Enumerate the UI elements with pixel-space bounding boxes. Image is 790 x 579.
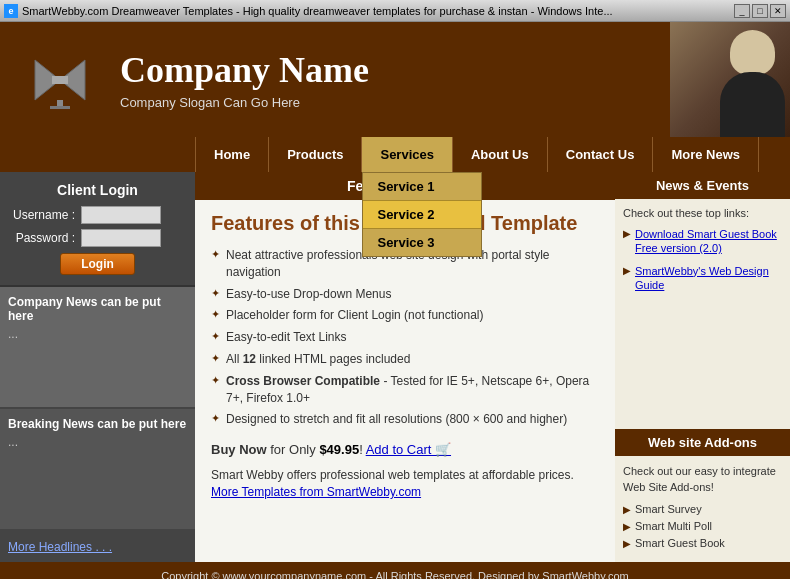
person-head — [730, 30, 775, 75]
feature-icon-5: ✦ — [211, 352, 220, 365]
feature-icon-7: ✦ — [211, 412, 220, 425]
svg-rect-2 — [52, 76, 68, 84]
window-controls[interactable]: _ □ ✕ — [734, 4, 786, 18]
feature-item-4: ✦ Easy-to-edit Text Links — [211, 329, 599, 346]
news-check-text: Check out these top links: — [623, 207, 782, 219]
site-footer: Copyright © www.yourcompanyname.com - Al… — [0, 562, 790, 579]
nav-products[interactable]: Products — [269, 137, 362, 172]
feature-item-2: ✦ Easy-to-use Drop-down Menus — [211, 286, 599, 303]
addon-item-2: ▶ Smart Multi Poll — [623, 520, 782, 532]
price-text: $49.95 — [319, 442, 359, 457]
left-sidebar: Client Login Username : Password : Login… — [0, 172, 195, 562]
addon-arrow-2: ▶ — [623, 521, 631, 532]
feature-text-4: Easy-to-edit Text Links — [226, 329, 599, 346]
breaking-news-dots: ... — [8, 435, 187, 449]
window-title: SmartWebby.com Dreamweaver Templates - H… — [22, 5, 613, 17]
news-link-text-2[interactable]: SmartWebby's Web Design Guide — [635, 264, 782, 293]
feature-text-2: Easy-to-use Drop-down Menus — [226, 286, 599, 303]
addons-intro-text: Check out our easy to integrate Web Site… — [623, 464, 782, 495]
right-sidebar: News & Events Check out these top links:… — [615, 172, 790, 562]
buy-now-section: Buy Now for Only $49.95! Add to Cart 🛒 — [211, 442, 599, 457]
password-row: Password : — [10, 229, 185, 247]
header-person-image — [670, 22, 790, 137]
username-input[interactable] — [81, 206, 161, 224]
username-label: Username : — [10, 208, 75, 222]
browser-icon: e — [4, 4, 18, 18]
company-news-panel: Company News can be put here ... — [0, 287, 195, 409]
more-templates-link[interactable]: More Templates from SmartWebby.com — [211, 485, 421, 499]
addon-item-1: ▶ Smart Survey — [623, 503, 782, 515]
client-login-panel: Client Login Username : Password : Login — [0, 172, 195, 287]
nav-items-container: Home Products Services Service 1 Service… — [195, 137, 790, 172]
nav-services[interactable]: Services Service 1 Service 2 Service 3 — [362, 137, 453, 172]
addons-header: Web site Add-ons — [615, 429, 790, 456]
footer-text: Copyright © www.yourcompanyname.com - Al… — [161, 570, 628, 579]
company-logo — [20, 40, 100, 120]
breaking-news-panel: Breaking News can be put here ... — [0, 409, 195, 531]
feature-text-5: All 12 linked HTML pages included — [226, 351, 599, 368]
news-arrow-1: ▶ — [623, 228, 631, 256]
minimize-button[interactable]: _ — [734, 4, 750, 18]
logo-svg — [30, 50, 90, 110]
password-input[interactable] — [81, 229, 161, 247]
feature-item-7: ✦ Designed to stretch and fit all resolu… — [211, 411, 599, 428]
addon-text-2: Smart Multi Poll — [635, 520, 712, 532]
dropdown-service3[interactable]: Service 3 — [363, 229, 481, 256]
news-link-text-1[interactable]: Download Smart Guest Book Free version (… — [635, 227, 782, 256]
feature-item-5: ✦ All 12 linked HTML pages included — [211, 351, 599, 368]
add-to-cart-link[interactable]: Add to Cart 🛒 — [366, 442, 451, 457]
maximize-button[interactable]: □ — [752, 4, 768, 18]
feature-icon-3: ✦ — [211, 308, 220, 321]
news-link-1: ▶ Download Smart Guest Book Free version… — [623, 227, 782, 256]
bottom-description: Smart Webby offers professional web temp… — [211, 467, 599, 501]
feature-icon-6: ✦ — [211, 374, 220, 387]
nav-more[interactable]: More News — [653, 137, 759, 172]
nav-contact[interactable]: Contact Us — [548, 137, 654, 172]
dropdown-service2[interactable]: Service 2 — [363, 201, 481, 229]
feature-list: ✦ Neat attractive professionals web site… — [211, 247, 599, 428]
breaking-news-title: Breaking News can be put here — [8, 417, 187, 431]
nav-about[interactable]: About Us — [453, 137, 548, 172]
navigation-bar: Home Products Services Service 1 Service… — [0, 137, 790, 172]
buy-now-text: Buy Now — [211, 442, 267, 457]
addon-text-1: Smart Survey — [635, 503, 702, 515]
person-bg — [670, 22, 790, 137]
news-arrow-2: ▶ — [623, 265, 631, 293]
close-button[interactable]: ✕ — [770, 4, 786, 18]
feature-icon-1: ✦ — [211, 248, 220, 261]
feature-icon-4: ✦ — [211, 330, 220, 343]
title-bar: e SmartWebby.com Dreamweaver Templates -… — [0, 0, 790, 22]
nav-services-label: Services — [380, 147, 434, 162]
site-header: Company Name Company Slogan Can Go Here — [0, 22, 790, 137]
feature-text-6: Cross Browser Compatible - Tested for IE… — [226, 373, 599, 407]
bottom-text-content: Smart Webby offers professional web temp… — [211, 468, 574, 482]
password-label: Password : — [10, 231, 75, 245]
company-news-dots: ... — [8, 327, 187, 341]
more-headlines-panel: More Headlines . . . — [0, 531, 195, 562]
news-events-body: Check out these top links: ▶ Download Sm… — [615, 199, 790, 429]
services-dropdown: Service 1 Service 2 Service 3 — [362, 172, 482, 257]
username-row: Username : — [10, 206, 185, 224]
dropdown-service1[interactable]: Service 1 — [363, 173, 481, 201]
more-headlines-link[interactable]: More Headlines . . . — [8, 540, 112, 554]
addons-body: Check out our easy to integrate Web Site… — [615, 456, 790, 562]
feature-item-6: ✦ Cross Browser Compatible - Tested for … — [211, 373, 599, 407]
company-news-title: Company News can be put here — [8, 295, 187, 323]
feature-text-7: Designed to stretch and fit all resoluti… — [226, 411, 599, 428]
person-body — [720, 72, 785, 137]
news-events-header: News & Events — [615, 172, 790, 199]
feature-item-3: ✦ Placeholder form for Client Login (not… — [211, 307, 599, 324]
addon-item-3: ▶ Smart Guest Book — [623, 537, 782, 549]
svg-rect-4 — [50, 106, 70, 109]
login-title: Client Login — [10, 182, 185, 198]
addon-text-3: Smart Guest Book — [635, 537, 725, 549]
addon-arrow-1: ▶ — [623, 504, 631, 515]
feature-text-3: Placeholder form for Client Login (not f… — [226, 307, 599, 324]
news-link-2: ▶ SmartWebby's Web Design Guide — [623, 264, 782, 293]
nav-home[interactable]: Home — [195, 137, 269, 172]
feature-icon-2: ✦ — [211, 287, 220, 300]
login-button[interactable]: Login — [60, 253, 135, 275]
addon-arrow-3: ▶ — [623, 538, 631, 549]
